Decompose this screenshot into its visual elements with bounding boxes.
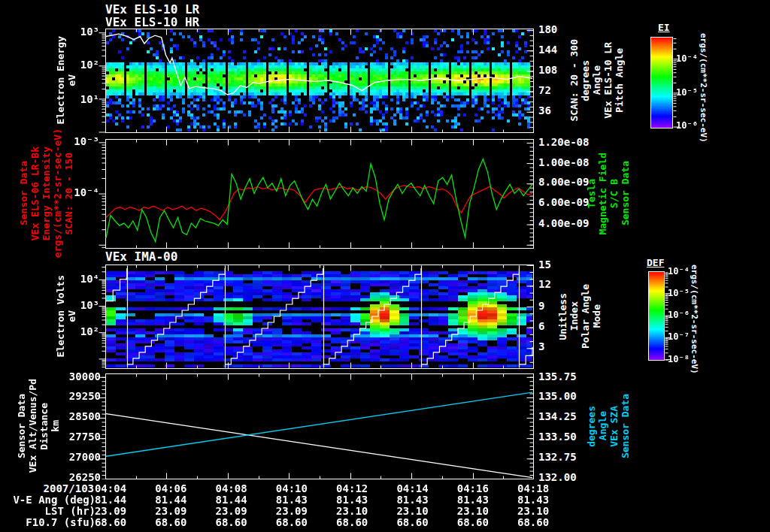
p4-right-label-line: degrees	[586, 406, 597, 447]
p2-right-label-line: S/C B	[608, 179, 620, 208]
colorbar-ei-canvas	[650, 37, 681, 128]
p1-ylabel-line: Electron Energy	[55, 36, 66, 124]
table-cell: 68.60	[503, 517, 563, 528]
p2-left-label-line: Sensor Data	[18, 161, 29, 225]
cb-def-tick: 10⁻⁸	[668, 355, 690, 364]
intensity-bfield-canvas	[90, 139, 534, 249]
table-cell: 68.60	[141, 517, 201, 528]
cb-def-tick: 10⁻⁵	[668, 289, 690, 298]
p4-left-label-line: Distance	[38, 403, 50, 450]
time-label: 04:14	[383, 483, 443, 494]
ima-spectrogram-canvas	[90, 264, 534, 369]
time-label: 04:12	[322, 483, 382, 494]
p4-right-label: Sensor DataVEx SZAAngledegrees	[579, 373, 638, 479]
p2-right-label-line: Tesla	[586, 179, 597, 208]
p4-left-tick: 27750	[62, 431, 101, 443]
table-cell: 23.10	[322, 506, 382, 517]
p2-right-label: Sensor DataS/C BMagnetic FieldTesla	[579, 139, 638, 248]
p4-right-label-line: VEx SZA	[608, 406, 620, 447]
cb-ei-tick: 10⁻⁴	[676, 54, 698, 64]
p2-right-label-line: Sensor Data	[620, 161, 631, 225]
table-cell: 68.60	[202, 517, 262, 528]
table-cell: 81.44	[141, 494, 201, 506]
vex-quicklook-plot: VEx ELS-10 LR VEx ELS-10 HR VEx IMA-00 E…	[0, 0, 770, 532]
p3-right-label-line: Unitless	[557, 293, 568, 340]
p4-right-tick: 132.75	[538, 452, 584, 463]
colorbar-ei-unit: ergs/(cm**2-sr-sec-eV)	[699, 33, 708, 138]
p4-left-label-line: km	[50, 420, 61, 432]
colorbar-ei-title: EI	[658, 23, 670, 33]
table-cell: 81.43	[262, 494, 322, 506]
table-cell: 68.60	[80, 517, 141, 528]
table-cell: 81.43	[503, 494, 563, 506]
p4-left-label-line: Sensor Data	[16, 394, 27, 458]
colorbar-def-title: DEF	[647, 258, 664, 268]
time-label: 04:04	[80, 483, 141, 494]
p4-right-tick: 135.00	[538, 391, 584, 402]
table-cell: 23.09	[141, 506, 201, 517]
table-cell: 68.60	[262, 517, 322, 528]
table-cell: 68.60	[443, 517, 503, 528]
p4-left-label-line: VEx Alt/Venus/Pd	[27, 379, 38, 473]
table-cell: 81.43	[443, 494, 503, 506]
p3-right-label-line: Polar Angle	[580, 284, 591, 349]
p3-right-label-line: Index	[568, 301, 580, 331]
p2-left-label-line: SCAN: 20 - 150	[63, 153, 74, 235]
p4-left-tick: 27000	[62, 452, 101, 463]
title-ima: VEx IMA-00	[105, 250, 177, 263]
table-cell: 23.09	[262, 506, 322, 517]
p4-right-label-line: Sensor Data	[620, 394, 631, 458]
alt-sza-canvas	[90, 373, 534, 479]
time-label: 04:16	[443, 483, 503, 494]
p1-ylabel: Electron EnergyeV	[44, 29, 89, 132]
p4-left-tick: 29250	[62, 391, 101, 402]
table-cell: 81.43	[383, 494, 443, 506]
table-cell: 23.10	[383, 506, 443, 517]
p2-left-label-line: VEx ELS-06 LR-Bk	[29, 147, 41, 240]
p3-ylabel-line: Electron Volts	[55, 275, 66, 358]
p3-right-label: ModePolar AngleIndexUnitless	[552, 264, 608, 368]
colorbar-def-unit: ergs/(cm**2-sr-sec-eV)	[690, 264, 699, 366]
p4-left-label: Sensor DataVEx Alt/Venus/PdDistancekm	[11, 373, 66, 479]
table-cell: 68.60	[383, 517, 443, 528]
cb-ei-tick: 10⁻⁶	[676, 121, 698, 131]
cb-def-tick: 10⁻⁴	[668, 267, 690, 277]
p3-ylabel-line: eV	[66, 310, 77, 322]
p4-right-tick: 133.50	[538, 431, 584, 443]
p1-right-label-line: Pitch Angle	[614, 48, 625, 113]
els-spectrogram-canvas	[90, 29, 534, 133]
cb-ei-tick: 10⁻⁵	[676, 88, 698, 98]
p3-right-label-line: Mode	[591, 304, 602, 328]
p1-right-label: Pitch AngleVEx ELS-10 LRAngledegreesSCAN…	[561, 29, 632, 132]
table-cell: 23.10	[443, 506, 503, 517]
p4-right-label-line: Angle	[597, 411, 608, 440]
table-cell: 81.44	[80, 494, 141, 506]
p3-ylabel: Electron VoltseV	[44, 264, 89, 368]
table-cell: 81.44	[202, 494, 262, 506]
p2-left-label-line: ergs/(cm**2-sr-sec-eV)	[52, 128, 63, 258]
table-cell: 23.10	[503, 506, 563, 517]
p1-ylabel-line: eV	[66, 74, 77, 86]
table-cell: 81.43	[322, 494, 382, 506]
table-cell: 68.60	[322, 517, 382, 528]
time-label: 04:08	[202, 483, 262, 494]
time-label: 04:10	[262, 483, 322, 494]
title-els-lr: VEx ELS-10 LR	[105, 3, 199, 16]
cb-def-tick: 10⁻⁷	[668, 332, 690, 342]
p4-left-tick: 30000	[62, 371, 101, 382]
p2-left-label: Sensor DataVEx ELS-06 LR-BkEnergy Intens…	[14, 139, 78, 248]
p4-left-tick: 28500	[62, 411, 101, 422]
p1-right-label-line: degrees	[580, 60, 591, 101]
p1-right-label-line: Angle	[591, 65, 602, 95]
p2-left-label-line: Energy Intensity	[41, 147, 52, 240]
p2-right-label-line: Magnetic Field	[597, 153, 608, 235]
time-label: 04:18	[503, 483, 563, 494]
p4-right-tick: 134.25	[538, 411, 584, 422]
table-cell: 23.09	[202, 506, 262, 517]
time-label: 04:06	[141, 483, 201, 494]
p4-right-tick: 135.75	[538, 371, 584, 382]
table-cell: 23.09	[80, 506, 141, 517]
p1-right-label-line: SCAN: 20 - 300	[568, 39, 580, 122]
cb-def-tick: 10⁻⁶	[668, 310, 690, 320]
p1-right-label-line: VEx ELS-10 LR	[602, 42, 614, 119]
